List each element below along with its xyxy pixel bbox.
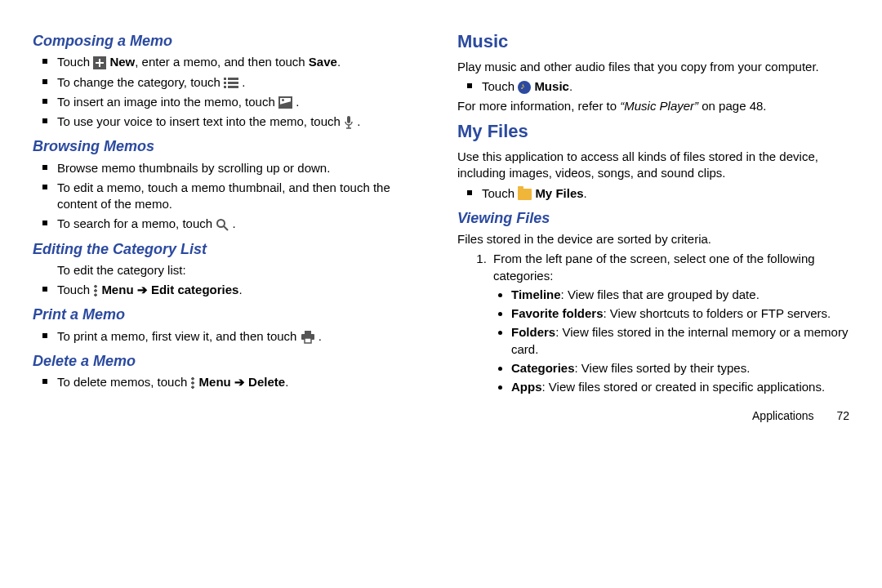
- text: To change the category, touch: [57, 75, 224, 89]
- arrow-icon: ➔: [231, 375, 248, 389]
- text: : View files that are grouped by date.: [561, 287, 760, 301]
- text: Touch: [57, 55, 93, 69]
- text: For more information, refer to: [457, 99, 620, 113]
- list-item: Touch Music.: [482, 78, 849, 95]
- list-delete: To delete memos, touch Menu ➔ Delete.: [33, 374, 425, 390]
- arrow-icon: ➔: [134, 283, 151, 296]
- text: : View shortcuts to folders or FTP serve…: [604, 306, 831, 320]
- text-bold: Timeline: [511, 287, 561, 301]
- text: .: [584, 186, 587, 200]
- list-item: Favorite folders: View shortcuts to fold…: [511, 305, 849, 322]
- heading-my-files: My Files: [457, 119, 849, 144]
- paragraph: For more information, refer to “Music Pl…: [457, 98, 849, 114]
- list-myfiles: Touch My Files.: [457, 185, 849, 202]
- text: To print a memo, first view it, and then…: [57, 329, 301, 343]
- list-item: Categories: View files sorted by their t…: [511, 360, 849, 376]
- list-item: To use your voice to insert text into th…: [57, 114, 425, 130]
- text-bold: Menu: [199, 375, 231, 389]
- text: : View files stored or created in specif…: [542, 380, 826, 394]
- plus-icon: [93, 56, 106, 69]
- text: To use your voice to insert text into th…: [57, 114, 344, 128]
- category-list-icon: [224, 78, 238, 89]
- text: Touch: [57, 283, 93, 296]
- text: .: [238, 283, 242, 296]
- left-column: Composing a Memo Touch New, enter a memo…: [33, 24, 425, 424]
- list-item: To insert an image into the memo, touch …: [57, 94, 425, 110]
- text: Touch: [482, 79, 518, 93]
- text: .: [232, 216, 235, 230]
- text: To insert an image into the memo, touch: [57, 95, 278, 109]
- text-bold: Menu: [101, 283, 133, 296]
- menu-dots-icon: [93, 284, 98, 297]
- list-music: Touch Music.: [457, 78, 849, 95]
- text-bold: Edit categories: [151, 283, 239, 296]
- text-bold: Music: [534, 79, 569, 93]
- music-app-icon: [518, 81, 531, 94]
- list-composing: Touch New, enter a memo, and then touch …: [33, 54, 425, 130]
- list-item: Folders: View files stored in the intern…: [511, 324, 849, 358]
- list-browsing: Browse memo thumbnails by scrolling up o…: [33, 160, 425, 233]
- text: .: [337, 55, 341, 69]
- printer-icon: [301, 331, 315, 344]
- ordered-list-viewing: From the left pane of the screen, select…: [457, 251, 849, 395]
- heading-viewing-files: Viewing Files: [457, 208, 849, 228]
- list-item: To print a memo, first view it, and then…: [57, 328, 425, 345]
- list-item: Touch Menu ➔ Edit categories.: [57, 282, 425, 298]
- svg-rect-7: [305, 338, 311, 343]
- list-item: Browse memo thumbnails by scrolling up o…: [57, 160, 425, 176]
- text-bold: Favorite folders: [511, 306, 604, 320]
- text: From the left pane of the screen, select…: [493, 252, 815, 282]
- list-editcat: Touch Menu ➔ Edit categories.: [33, 282, 425, 298]
- text: To search for a memo, touch: [57, 216, 216, 230]
- right-column: Music Play music and other audio files t…: [457, 24, 849, 424]
- text: Touch: [482, 186, 518, 200]
- category-list: Timeline: View files that are grouped by…: [493, 287, 849, 396]
- svg-point-3: [217, 220, 225, 227]
- svg-line-4: [224, 226, 228, 230]
- list-item: To edit a memo, touch a memo thumbnail, …: [57, 180, 425, 213]
- menu-dots-icon: [190, 376, 195, 390]
- text: : View files stored in the internal memo…: [511, 325, 848, 355]
- intro-text: To edit the category list:: [33, 262, 425, 278]
- microphone-icon: [344, 115, 354, 130]
- text-bold: Delete: [248, 375, 285, 389]
- heading-composing-memo: Composing a Memo: [33, 31, 425, 51]
- text-bold: Categories: [511, 361, 575, 375]
- text: .: [242, 75, 245, 89]
- list-item: Timeline: View files that are grouped by…: [511, 287, 849, 303]
- text: To delete memos, touch: [57, 375, 190, 389]
- list-item: To delete memos, touch Menu ➔ Delete.: [57, 374, 425, 390]
- footer-page-number: 72: [836, 409, 849, 422]
- text: .: [318, 329, 322, 343]
- paragraph: Play music and other audio files that yo…: [457, 59, 849, 75]
- list-print: To print a memo, first view it, and then…: [33, 328, 425, 345]
- heading-browsing-memos: Browsing Memos: [33, 136, 425, 156]
- text: .: [357, 114, 360, 128]
- image-icon: [278, 96, 292, 109]
- folder-icon: [518, 189, 532, 200]
- text: .: [569, 79, 572, 93]
- list-item: From the left pane of the screen, select…: [490, 251, 849, 395]
- paragraph: Files stored in the device are sorted by…: [457, 231, 849, 247]
- text: : View files sorted by their types.: [575, 361, 751, 375]
- list-item: Touch New, enter a memo, and then touch …: [57, 54, 425, 70]
- text-italic: “Music Player”: [620, 99, 698, 113]
- paragraph: Use this application to access all kinds…: [457, 149, 849, 182]
- heading-music: Music: [457, 29, 849, 54]
- page-footer: Applications 72: [457, 408, 849, 424]
- list-item: To change the category, touch .: [57, 74, 425, 91]
- list-item: To search for a memo, touch .: [57, 216, 425, 232]
- list-item: Apps: View files stored or created in sp…: [511, 379, 849, 395]
- text: .: [285, 375, 288, 389]
- search-icon: [216, 218, 229, 231]
- text-bold: My Files: [535, 186, 583, 200]
- svg-rect-0: [347, 116, 350, 123]
- text: on page 48.: [698, 99, 766, 113]
- svg-rect-5: [305, 331, 311, 334]
- text: .: [296, 95, 299, 109]
- heading-delete-memo: Delete a Memo: [33, 351, 425, 371]
- heading-print-memo: Print a Memo: [33, 305, 425, 324]
- page-columns: Composing a Memo Touch New, enter a memo…: [33, 24, 849, 424]
- text-bold: New: [109, 55, 135, 69]
- text-bold: Save: [309, 55, 337, 69]
